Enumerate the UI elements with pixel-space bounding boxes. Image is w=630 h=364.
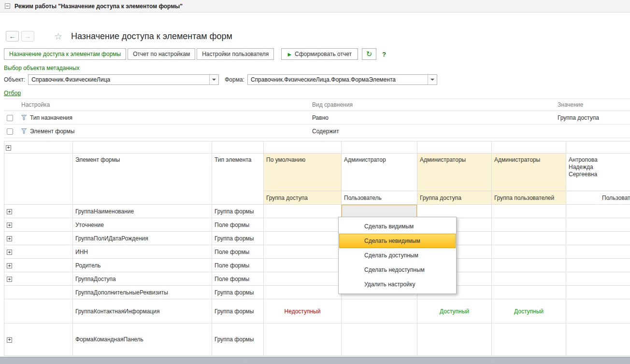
grid-cell[interactable]	[566, 323, 630, 356]
filter-row-checkbox[interactable]	[7, 128, 13, 135]
metadata-object-link[interactable]: Выбор объекта метаданных	[4, 65, 79, 71]
grid-cell[interactable]	[264, 205, 342, 218]
row-name-cell[interactable]: ГруппаДополнительныеРеквизиты	[73, 286, 212, 299]
row-type-cell[interactable]: Группа формы	[212, 323, 264, 356]
column-header-type[interactable]: Тип элемента	[212, 154, 264, 205]
grid-cell[interactable]	[264, 218, 342, 232]
menu-item-make-visible[interactable]: Сделать видимым	[339, 219, 456, 234]
expand-row-icon[interactable]: +	[7, 250, 12, 255]
expand-row-icon[interactable]: +	[7, 263, 12, 268]
subheader-default[interactable]: Группа доступа	[264, 191, 342, 205]
grid-cell[interactable]	[264, 245, 342, 259]
row-type-cell[interactable]: Группа формы	[212, 299, 264, 323]
grid-cell[interactable]	[566, 218, 630, 232]
grid-cell[interactable]: Недоступный	[264, 299, 342, 323]
grid-row[interactable]: + ГруппаДоступа Поле формы	[4, 272, 630, 286]
menu-item-delete-setting[interactable]: Удалить настройку	[339, 277, 456, 292]
tab-user-settings[interactable]: Настройки пользователя	[197, 48, 274, 60]
expand-row-icon[interactable]: +	[7, 277, 12, 282]
grid-cell[interactable]	[492, 245, 566, 259]
column-header-administrators-1[interactable]: Администраторы	[417, 154, 492, 191]
grid-cell[interactable]	[417, 205, 492, 218]
menu-item-make-available[interactable]: Сделать доступным	[339, 248, 456, 263]
grid-cell[interactable]: Доступный	[492, 299, 566, 323]
grid-cell[interactable]	[342, 299, 417, 323]
grid-cell[interactable]	[492, 205, 566, 218]
grid-cell[interactable]: Доступный	[417, 299, 492, 323]
grid-cell[interactable]	[566, 299, 630, 323]
grid-cell[interactable]	[264, 286, 342, 299]
row-name-cell[interactable]: Родитель	[73, 259, 212, 272]
back-button[interactable]: ←	[6, 31, 19, 42]
column-header-administrator[interactable]: Администратор	[342, 154, 417, 191]
row-type-cell[interactable]: Поле формы	[212, 272, 264, 286]
form-combo-value[interactable]: Справочник.ФизическиеЛица.Форма.ФормаЭле…	[248, 75, 428, 84]
tab-access-assignment[interactable]: Назначение доступа к элементам формы	[4, 48, 126, 60]
grid-cell[interactable]	[566, 205, 630, 218]
grid-row[interactable]: + ИНН Поле формы	[4, 245, 630, 259]
grid-cell[interactable]	[417, 323, 492, 356]
grid-row[interactable]: + ГруппаПолИДатаРождения Группа формы	[4, 232, 630, 245]
subheader-administrator[interactable]: Пользователь	[342, 191, 417, 205]
row-name-cell[interactable]: ГруппаНаименование	[73, 205, 212, 218]
grid-cell[interactable]	[566, 232, 630, 245]
row-type-cell[interactable]: Поле формы	[212, 259, 264, 272]
grid-cell[interactable]	[492, 286, 566, 299]
grid-cell[interactable]	[264, 259, 342, 272]
row-name-cell[interactable]: ИНН	[73, 245, 212, 259]
row-type-cell[interactable]: Группа формы	[212, 232, 264, 245]
row-name-cell[interactable]: ГруппаДоступа	[73, 272, 212, 286]
row-type-cell[interactable]: Группа формы	[212, 205, 264, 218]
expand-all-button[interactable]: +	[6, 145, 11, 151]
grid-row[interactable]: + ГруппаДополнительныеРеквизиты Группа ф…	[4, 286, 630, 299]
grid-row[interactable]: + ГруппаКонтактнаяИнформация Группа форм…	[4, 299, 630, 323]
subheader-antropova[interactable]: Пользователь	[566, 191, 630, 205]
row-name-cell[interactable]: ГруппаКонтактнаяИнформация	[73, 299, 212, 323]
grid-row[interactable]: + ГруппаНаименование Группа формы	[4, 205, 630, 218]
object-combo-value[interactable]: Справочник.ФизическиеЛица	[29, 75, 209, 84]
grid-cell[interactable]	[566, 259, 630, 272]
column-header-default[interactable]: По умолчанию	[264, 154, 342, 191]
column-header-element[interactable]: Элемент формы	[73, 154, 212, 205]
grid-cell[interactable]	[264, 323, 342, 356]
filter-value-cell[interactable]: Группа доступа	[555, 111, 630, 125]
collapse-window-icon[interactable]	[5, 3, 10, 9]
filter-section-link[interactable]: Отбор	[4, 90, 21, 97]
menu-item-make-unavailable[interactable]: Сделать недоступным	[339, 263, 456, 277]
grid-row[interactable]: + Уточнение Поле формы	[4, 218, 630, 232]
filter-value-cell[interactable]	[555, 125, 630, 138]
row-name-cell[interactable]: Уточнение	[73, 218, 212, 232]
grid-cell[interactable]	[492, 259, 566, 272]
grid-cell[interactable]	[492, 232, 566, 245]
grid-cell[interactable]	[492, 272, 566, 286]
grid-cell[interactable]	[492, 323, 566, 356]
filter-row-checkbox[interactable]	[7, 115, 13, 121]
subheader-administrators-1[interactable]: Группа доступа	[417, 191, 492, 205]
menu-item-make-invisible[interactable]: Сделать невидимым	[339, 234, 456, 248]
grid-cell[interactable]	[492, 218, 566, 232]
form-combo-dropdown-button[interactable]	[428, 75, 437, 84]
generate-report-button[interactable]: ▶ Сформировать отчет	[281, 48, 358, 60]
filter-comparison-cell[interactable]: Равно	[309, 111, 555, 125]
refresh-button[interactable]: ↻	[362, 48, 376, 60]
object-combo-dropdown-button[interactable]	[209, 75, 218, 84]
expand-row-icon[interactable]: +	[7, 236, 12, 241]
expand-row-icon[interactable]: +	[7, 337, 12, 343]
grid-cell[interactable]	[566, 272, 630, 286]
expand-row-icon[interactable]: +	[7, 223, 12, 228]
filter-row[interactable]: Элемент формы Содержит	[4, 125, 630, 138]
help-link[interactable]: ?	[382, 51, 386, 58]
grid-cell-selected[interactable]	[342, 205, 417, 218]
grid-cell[interactable]	[264, 232, 342, 245]
forward-button[interactable]: →	[21, 31, 34, 42]
row-name-cell[interactable]: ГруппаПолИДатаРождения	[73, 232, 212, 245]
grid-cell[interactable]	[566, 286, 630, 299]
favorite-star-icon[interactable]: ☆	[54, 31, 62, 42]
row-type-cell[interactable]: Поле формы	[212, 218, 264, 232]
expand-row-icon[interactable]: +	[7, 209, 12, 214]
column-header-administrators-2[interactable]: Администраторы	[492, 154, 566, 191]
grid-cell[interactable]	[566, 245, 630, 259]
row-type-cell[interactable]: Группа формы	[212, 286, 264, 299]
filter-comparison-cell[interactable]: Содержит	[309, 125, 555, 138]
filter-row[interactable]: Тип назначения Равно Группа доступа	[4, 111, 630, 125]
